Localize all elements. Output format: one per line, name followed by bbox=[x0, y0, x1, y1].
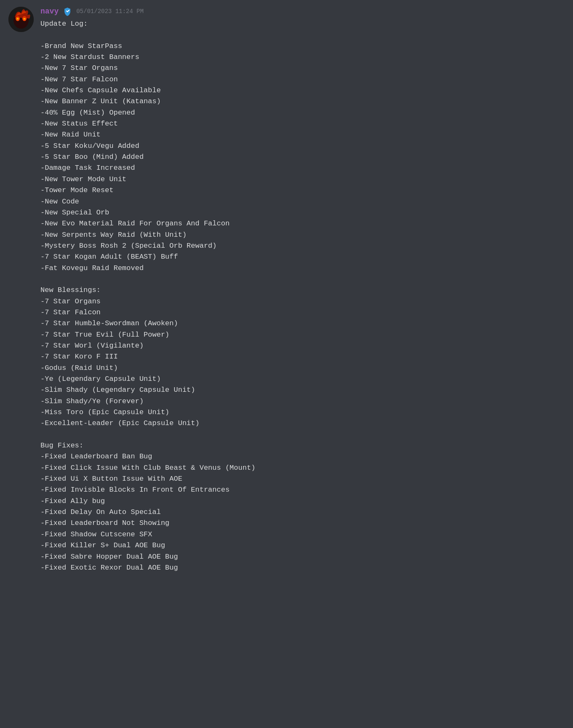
message-body: Update Log: -Brand New StarPass -2 New S… bbox=[40, 19, 565, 573]
svg-point-6 bbox=[17, 18, 19, 19]
username: navy bbox=[40, 7, 59, 16]
message-header: navy 05/01/2023 11:24 PM bbox=[40, 7, 565, 16]
message-content: navy 05/01/2023 11:24 PM Update Log: -Br… bbox=[40, 7, 565, 573]
avatar bbox=[8, 7, 34, 32]
message: navy 05/01/2023 11:24 PM Update Log: -Br… bbox=[0, 0, 573, 580]
moderator-badge bbox=[63, 7, 72, 16]
timestamp: 05/01/2023 11:24 PM bbox=[76, 8, 144, 15]
